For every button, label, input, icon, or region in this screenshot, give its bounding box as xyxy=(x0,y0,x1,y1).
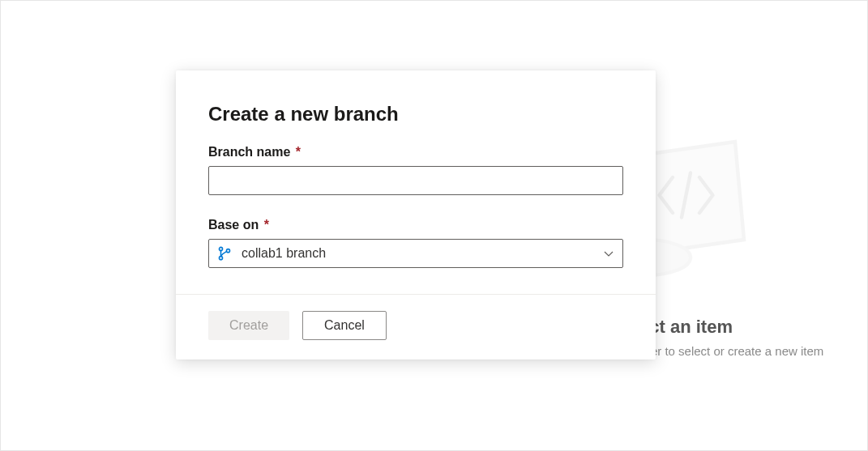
branch-icon xyxy=(217,246,232,261)
branch-name-field: Branch name * xyxy=(208,145,623,195)
branch-name-label-text: Branch name xyxy=(208,145,290,159)
svg-point-3 xyxy=(226,249,229,253)
base-on-label: Base on * xyxy=(208,218,623,232)
dialog-body: Create a new branch Branch name * Base o… xyxy=(176,70,656,294)
base-on-label-text: Base on xyxy=(208,218,259,232)
create-button[interactable]: Create xyxy=(208,311,289,340)
svg-point-2 xyxy=(219,257,222,260)
svg-point-1 xyxy=(219,247,222,250)
required-marker: * xyxy=(264,218,269,232)
cancel-button[interactable]: Cancel xyxy=(302,311,387,340)
required-marker: * xyxy=(296,145,301,159)
branch-name-label: Branch name * xyxy=(208,145,623,160)
dialog-footer: Create Cancel xyxy=(176,294,656,360)
create-branch-dialog: Create a new branch Branch name * Base o… xyxy=(176,70,656,360)
dialog-title: Create a new branch xyxy=(208,103,623,126)
base-on-value: collab1 branch xyxy=(242,246,603,261)
chevron-down-icon xyxy=(603,248,614,259)
branch-name-input[interactable] xyxy=(208,166,623,195)
base-on-field: Base on * collab1 branch xyxy=(208,218,623,268)
base-on-dropdown[interactable]: collab1 branch xyxy=(208,239,623,268)
